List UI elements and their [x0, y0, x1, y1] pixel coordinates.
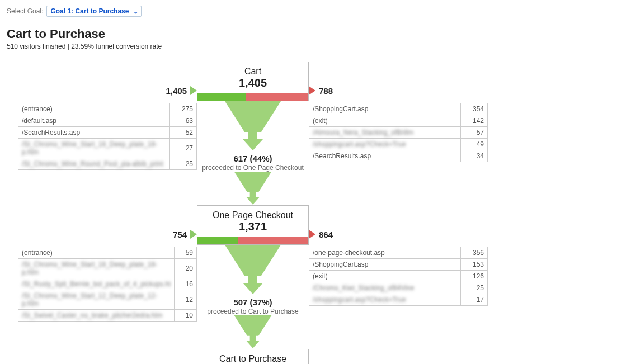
- in-count: 754: [173, 230, 187, 239]
- source-row: /default.asp63: [18, 115, 197, 127]
- source-row: /St_Chromo_Wine_Start_18_Deep_plate_18-p…: [18, 259, 197, 278]
- step-box: Cart1,405: [197, 62, 309, 93]
- flow-arrow-icon: [219, 315, 286, 349]
- step-box: Cart to Purchase510: [197, 349, 309, 364]
- step-flow: 507 (37%)proceeded to Cart to Purchase: [197, 245, 309, 349]
- exit-row: /SearchResults.asp34: [309, 150, 488, 162]
- bar-exit: [238, 237, 308, 244]
- step-box: One Page Checkout1,371: [197, 205, 309, 237]
- bar-proceed: [197, 237, 238, 244]
- source-row: (entrance)59: [18, 247, 197, 259]
- svg-marker-8: [243, 283, 263, 294]
- source-row: /St_Swivel_Caster_no_brake_pitcher2edra.…: [18, 310, 197, 322]
- chevron-down-icon: ⌄: [133, 8, 138, 15]
- flow-arrow-icon: [219, 172, 286, 205]
- exit-row: (exit)126: [309, 271, 488, 282]
- svg-marker-5: [246, 197, 260, 204]
- arrow-right-exit-icon: [309, 86, 315, 95]
- exit-row: /Chromo_Kiwi_Stacking_of84Vine25: [309, 282, 488, 294]
- step-in: 754: [173, 228, 197, 241]
- step-bar: [197, 93, 309, 101]
- arrow-right-exit-icon: [309, 230, 315, 239]
- svg-marker-0: [225, 101, 281, 132]
- svg-marker-11: [246, 341, 260, 348]
- funnel-step: 754(entrance)59/St_Chromo_Wine_Start_18_…: [7, 205, 610, 349]
- arrow-right-icon: [190, 86, 197, 95]
- svg-marker-9: [234, 315, 272, 336]
- svg-marker-2: [243, 139, 263, 150]
- step-out: 864: [309, 228, 333, 241]
- source-table: (entrance)59/St_Chromo_Wine_Start_18_Dee…: [18, 247, 197, 322]
- svg-rect-4: [250, 190, 256, 197]
- exit-row: (exit)142: [309, 115, 488, 127]
- funnel-step: 3(entrance)2Cart to Purchase51023.59% fu…: [7, 349, 610, 364]
- source-row: /St_Chromo_Wine_Start_12_Deep_plate_12-p…: [18, 290, 197, 310]
- page-title: Cart to Purchase: [7, 27, 610, 41]
- step-in: 1,405: [166, 84, 197, 97]
- step-count: 1,371: [201, 220, 305, 233]
- exit-row: /one-page-checkout.asp356: [309, 247, 488, 259]
- step-name: One Page Checkout: [201, 210, 305, 220]
- source-row: /St_Chromo_Wine_Start_18_Deep_plate_18-p…: [18, 139, 197, 158]
- exit-row: /ShoppingCart.asp354: [309, 103, 488, 115]
- svg-rect-10: [250, 334, 256, 341]
- exit-row: /ShoppingCart.asp153: [309, 259, 488, 271]
- exit-table: /one-page-checkout.asp356/ShoppingCart.a…: [309, 247, 488, 306]
- page-subtitle: 510 visitors finished | 23.59% funnel co…: [7, 42, 610, 50]
- step-count: 1,405: [201, 77, 305, 89]
- out-count: 864: [319, 230, 333, 239]
- exit-table: /ShoppingCart.asp354(exit)142/Almoura_Ne…: [309, 103, 488, 162]
- arrow-right-icon: [190, 230, 197, 239]
- step-out: 788: [309, 84, 333, 97]
- out-count: 788: [319, 86, 333, 96]
- step-flow: 617 (44%)proceeded to One Page Checkout: [197, 101, 309, 205]
- select-goal-label: Select Goal:: [7, 7, 43, 15]
- goal-dropdown[interactable]: Goal 1: Cart to Purchase ⌄: [46, 6, 142, 17]
- source-table: (entrance)275/default.asp63/SearchResult…: [18, 103, 197, 170]
- in-count: 1,405: [166, 86, 187, 96]
- svg-rect-1: [248, 129, 257, 139]
- flow-arrow-icon: [219, 101, 286, 152]
- flow-arrow-icon: [219, 245, 286, 295]
- svg-marker-3: [234, 172, 272, 192]
- source-row: (entrance)275: [18, 103, 197, 115]
- step-bar: [197, 237, 309, 245]
- source-row: /St_Rusty_Spit_Bernie_bol_pack_of_4_pick…: [18, 278, 197, 290]
- step-name: Cart: [201, 67, 305, 77]
- funnel-step: 1,405(entrance)275/default.asp63/SearchR…: [7, 62, 610, 205]
- step-name: Cart to Purchase: [201, 354, 305, 364]
- funnel-visualization: 1,405(entrance)275/default.asp63/SearchR…: [7, 62, 610, 364]
- bar-exit: [246, 93, 308, 101]
- exit-row: /shoppingcart.asp?Check=True49: [309, 139, 488, 150]
- source-row: /SearchResults.asp52: [18, 127, 197, 139]
- goal-dropdown-value: Goal 1: Cart to Purchase: [50, 7, 129, 15]
- exit-row: /Almoura_Nera_Stacking_ofBrillm57: [309, 127, 488, 139]
- svg-marker-6: [225, 245, 281, 276]
- bar-proceed: [197, 93, 246, 101]
- source-row: /St_Chromo_Wine_Round_Pool_pia-albib_pri…: [18, 158, 197, 170]
- svg-rect-7: [248, 273, 257, 283]
- exit-row: /shoppingcart.asp?Check=True17: [309, 294, 488, 306]
